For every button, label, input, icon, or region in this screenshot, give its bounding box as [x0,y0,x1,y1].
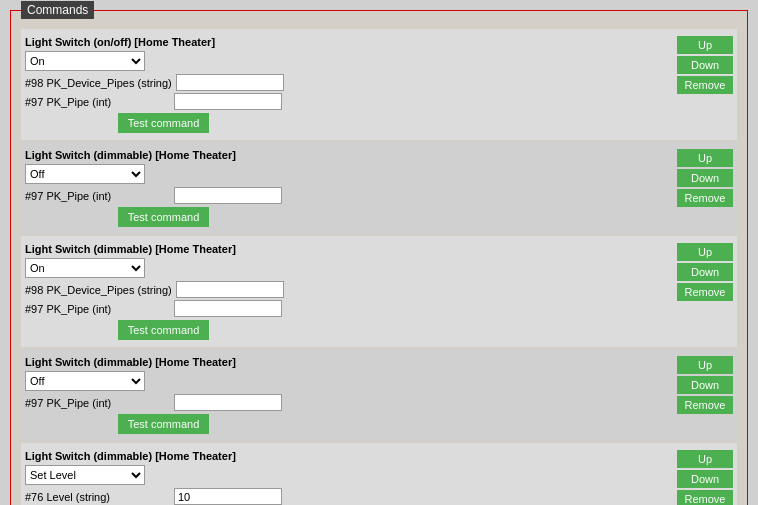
param-label-1-0: #98 PK_Device_Pipes (string) [25,77,172,89]
test-button-3[interactable]: Test command [118,320,210,340]
command-select-3[interactable]: OnOffSet Level [25,258,145,278]
param-input-1-1[interactable] [174,93,282,110]
command-label-text-2: Light Switch (dimmable) [Home Theater] [25,149,302,161]
command-select-1[interactable]: OnOffSet Level [25,51,145,71]
param-label-4-0: #97 PK_Pipe (int) [25,397,170,409]
main-container: Commands Light Switch (on/off) [Home The… [0,0,758,505]
remove-button-1[interactable]: Remove [677,76,733,94]
action-buttons-5: UpDownRemove [677,448,737,505]
action-buttons-4: UpDownRemove [677,354,737,414]
remove-button-5[interactable]: Remove [677,490,733,505]
remove-button-4[interactable]: Remove [677,396,733,414]
param-row-3-0: #98 PK_Device_Pipes (string) [25,281,302,298]
down-button-5[interactable]: Down [677,470,733,488]
test-button-4[interactable]: Test command [118,414,210,434]
command-row-1: Light Switch (on/off) [Home Theater]OnOf… [21,29,737,140]
command-label-4: Light Switch (dimmable) [Home Theater]On… [21,354,306,436]
command-row-2: Light Switch (dimmable) [Home Theater]On… [21,142,737,234]
command-select-5[interactable]: OnOffSet Level [25,465,145,485]
test-button-2[interactable]: Test command [118,207,210,227]
param-input-5-0[interactable] [174,488,282,505]
commands-list: Light Switch (on/off) [Home Theater]OnOf… [21,29,737,505]
up-button-3[interactable]: Up [677,243,733,261]
down-button-4[interactable]: Down [677,376,733,394]
command-label-2: Light Switch (dimmable) [Home Theater]On… [21,147,306,229]
command-label-5: Light Switch (dimmable) [Home Theater]On… [21,448,306,505]
remove-button-2[interactable]: Remove [677,189,733,207]
param-input-3-0[interactable] [176,281,284,298]
command-label-1: Light Switch (on/off) [Home Theater]OnOf… [21,34,306,135]
param-input-3-1[interactable] [174,300,282,317]
action-buttons-3: UpDownRemove [677,241,737,301]
command-row-5: Light Switch (dimmable) [Home Theater]On… [21,443,737,505]
action-buttons-1: UpDownRemove [677,34,737,94]
command-select-2[interactable]: OnOffSet Level [25,164,145,184]
param-row-3-1: #97 PK_Pipe (int) [25,300,302,317]
param-label-5-0: #76 Level (string) [25,491,170,503]
up-button-2[interactable]: Up [677,149,733,167]
param-input-4-0[interactable] [174,394,282,411]
command-row-4: Light Switch (dimmable) [Home Theater]On… [21,349,737,441]
param-label-3-1: #97 PK_Pipe (int) [25,303,170,315]
up-button-4[interactable]: Up [677,356,733,374]
command-label-text-5: Light Switch (dimmable) [Home Theater] [25,450,302,462]
param-row-4-0: #97 PK_Pipe (int) [25,394,302,411]
action-buttons-2: UpDownRemove [677,147,737,207]
remove-button-3[interactable]: Remove [677,283,733,301]
command-label-text-4: Light Switch (dimmable) [Home Theater] [25,356,302,368]
param-input-2-0[interactable] [174,187,282,204]
command-label-text-3: Light Switch (dimmable) [Home Theater] [25,243,302,255]
param-label-2-0: #97 PK_Pipe (int) [25,190,170,202]
param-row-1-0: #98 PK_Device_Pipes (string) [25,74,302,91]
up-button-1[interactable]: Up [677,36,733,54]
commands-panel: Commands Light Switch (on/off) [Home The… [10,10,748,505]
command-row-3: Light Switch (dimmable) [Home Theater]On… [21,236,737,347]
param-label-3-0: #98 PK_Device_Pipes (string) [25,284,172,296]
param-row-1-1: #97 PK_Pipe (int) [25,93,302,110]
down-button-1[interactable]: Down [677,56,733,74]
param-row-2-0: #97 PK_Pipe (int) [25,187,302,204]
param-input-1-0[interactable] [176,74,284,91]
command-label-3: Light Switch (dimmable) [Home Theater]On… [21,241,306,342]
param-row-5-0: #76 Level (string) [25,488,302,505]
up-button-5[interactable]: Up [677,450,733,468]
test-button-1[interactable]: Test command [118,113,210,133]
panel-title: Commands [21,1,94,19]
param-label-1-1: #97 PK_Pipe (int) [25,96,170,108]
down-button-2[interactable]: Down [677,169,733,187]
down-button-3[interactable]: Down [677,263,733,281]
command-label-text-1: Light Switch (on/off) [Home Theater] [25,36,302,48]
command-select-4[interactable]: OnOffSet Level [25,371,145,391]
